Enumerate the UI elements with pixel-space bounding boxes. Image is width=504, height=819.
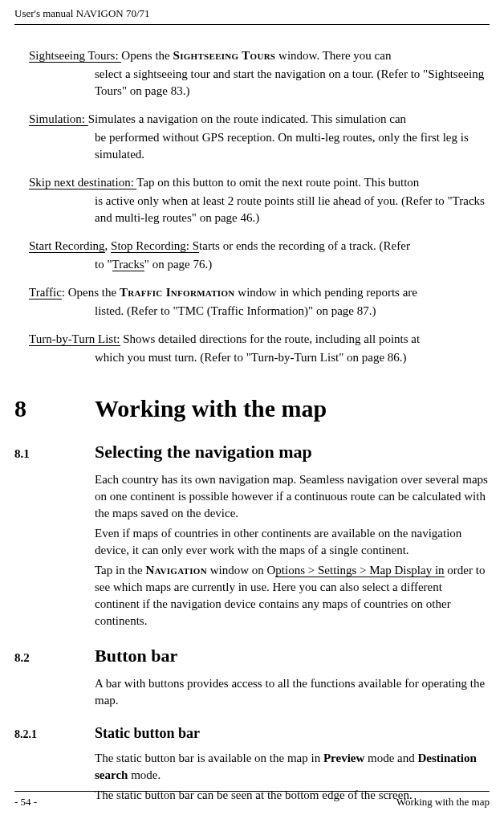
term: Traffic <box>29 286 62 299</box>
entry-recording: Start Recording, Stop Recording: Starts … <box>29 238 485 273</box>
subsection-title: Static button bar <box>95 723 200 744</box>
chapter-title: Working with the map <box>95 392 327 426</box>
bold: Preview <box>323 752 364 764</box>
smallcaps: Navigation <box>146 564 207 577</box>
section-8-2-heading: 8.2 Button bar <box>14 644 490 669</box>
term: Stop Recording: S <box>111 239 199 253</box>
text: , <box>105 239 112 252</box>
text: : Opens the <box>62 286 120 299</box>
chapter-heading: 8 Working with the map <box>14 392 490 426</box>
chapter-number: 8 <box>14 392 95 426</box>
text: window in which pending reports are <box>235 286 417 299</box>
paragraph: Each country has its own navigation map.… <box>95 471 490 522</box>
text: The static button bar is available on th… <box>95 752 323 764</box>
subsection-8-2-1-heading: 8.2.1 Static button bar <box>14 723 490 744</box>
section-title: Selecting the navigation map <box>95 440 312 465</box>
page-header: User's manual NAVIGON 70/71 <box>14 6 490 25</box>
entry-body: be performed without GPS reception. On m… <box>95 129 485 163</box>
underline: Tracks <box>112 258 144 271</box>
text: Simulates a navigation on the route indi… <box>88 112 406 125</box>
smallcaps: Traffic Information <box>120 286 235 299</box>
text: Opens the <box>121 49 173 62</box>
text: to " <box>95 258 112 271</box>
paragraph: The static button bar is available on th… <box>95 750 490 784</box>
text: Shows detailed directions for the route,… <box>120 332 421 345</box>
page-content: Sightseeing Tours: Opens the Sightseeing… <box>29 47 485 366</box>
term: Turn-by-Turn List: <box>29 332 120 346</box>
term: Start Recording <box>29 239 105 253</box>
entry-turnbyturn: Turn-by-Turn List: Shows detailed direct… <box>29 331 485 366</box>
text: Tap in the <box>95 564 146 577</box>
section-number: 8.2 <box>14 650 95 666</box>
term: Simulation: <box>29 112 88 126</box>
entry-body: select a sightseeing tour and start the … <box>95 66 485 100</box>
smallcaps: Sightseeing Tours <box>173 49 276 62</box>
text: Tap on this button to omit the next rout… <box>136 176 419 189</box>
entry-body: listed. (Refer to "TMC (Traffic Informat… <box>95 303 485 320</box>
paragraph: Even if maps of countries in other conti… <box>95 525 490 559</box>
page-number: - 54 - <box>14 795 37 809</box>
paragraph: A bar with buttons provides access to al… <box>95 675 490 709</box>
entry-body: which you must turn. (Refer to "Turn-by-… <box>95 349 485 366</box>
text: window. There you can <box>275 49 391 62</box>
section-8-1-heading: 8.1 Selecting the navigation map <box>14 440 490 465</box>
term: Sightseeing Tours: <box>29 49 121 63</box>
entry-skip: Skip next destination: Tap on this butto… <box>29 174 485 226</box>
paragraph: Tap in the Navigation window on Options … <box>95 562 490 630</box>
page-footer: - 54 - Working with the map <box>14 791 490 809</box>
entry-body: is active only when at least 2 route poi… <box>95 193 485 226</box>
entry-traffic: Traffic: Opens the Traffic Information w… <box>29 284 485 320</box>
text: " on page 76.) <box>144 258 212 271</box>
text: window on O <box>207 564 275 577</box>
underline: ptions > Settings > Map Display in <box>275 564 444 577</box>
term: Skip next destination: <box>29 176 136 189</box>
section-number: 8.1 <box>14 446 95 462</box>
footer-label: Working with the map <box>396 795 490 809</box>
entry-body: to "Tracks" on page 76.) <box>95 256 485 273</box>
text: mode and <box>364 752 417 764</box>
entry-sightseeing: Sightseeing Tours: Opens the Sightseeing… <box>29 47 485 100</box>
section-title: Button bar <box>95 644 177 669</box>
text: mode. <box>128 768 161 781</box>
text: tarts or ends the recording of a track. … <box>199 239 410 252</box>
entry-simulation: Simulation: Simulates a navigation on th… <box>29 111 485 163</box>
subsection-number: 8.2.1 <box>14 727 95 743</box>
